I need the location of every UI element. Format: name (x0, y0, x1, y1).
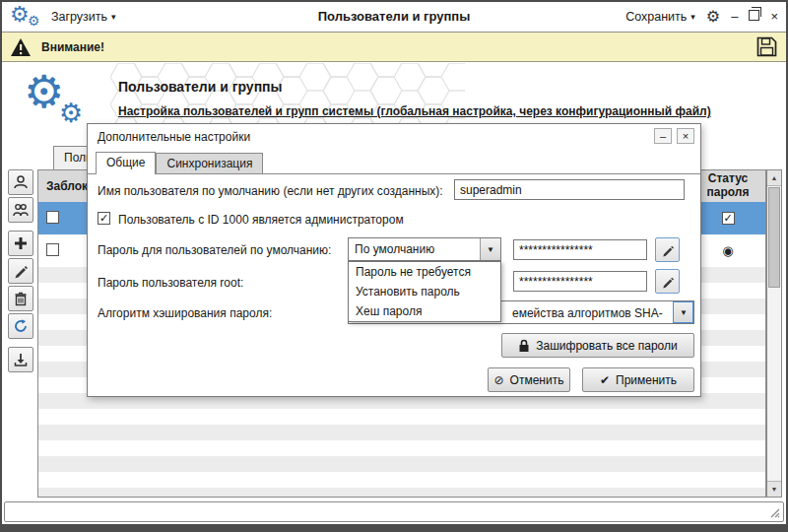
dialog-title: Дополнительные настройки (98, 130, 250, 144)
blocked-checkbox[interactable] (46, 211, 59, 224)
scroll-down-button[interactable]: ▼ (767, 481, 781, 497)
pencil-icon (661, 275, 675, 289)
load-menu-button[interactable]: Загрузить ▾ (51, 10, 116, 24)
root-password-input[interactable] (513, 271, 647, 292)
minimize-button[interactable]: – (731, 2, 738, 32)
app-logo-gears-icon: ⚙ ⚙ (10, 3, 43, 31)
pencil-icon (13, 263, 29, 279)
maximize-icon (749, 10, 759, 21)
apply-label: Применить (616, 373, 677, 387)
vertical-scrollbar[interactable]: ▲ ▼ (766, 169, 782, 498)
settings-gear-icon[interactable]: ⚙ (706, 9, 720, 25)
default-username-label: Имя пользователя по умолчанию (если нет … (98, 184, 443, 198)
delete-button[interactable] (8, 286, 33, 311)
groups-button[interactable] (8, 197, 33, 223)
hash-algorithm-label: Алгоритм хэширования пароля: (98, 306, 272, 320)
tab-general[interactable]: Общие (96, 152, 156, 174)
dropdown-option[interactable]: Установить пароль (349, 282, 500, 301)
root-password-label: Пароль пользователя root: (98, 276, 243, 290)
edit-button[interactable] (8, 258, 33, 284)
lock-icon (518, 339, 530, 353)
default-password-selected-value: По умолчанию (349, 238, 480, 260)
warning-bar: Внимание! (2, 33, 786, 62)
refresh-button[interactable] (8, 313, 33, 339)
blocked-checkbox[interactable] (46, 243, 59, 256)
cancel-label: Отменить (510, 373, 564, 387)
plus-icon (13, 235, 29, 251)
additional-settings-dialog: Дополнительные настройки – × Общие Синхр… (87, 123, 701, 397)
password-status-cell: ✓ (690, 202, 765, 234)
dialog-tabs: Общие Синхронизация (88, 150, 700, 174)
user-icon (13, 174, 29, 190)
chevron-down-icon: ▾ (690, 12, 695, 22)
check-icon: ✔ (600, 374, 610, 386)
scroll-up-button[interactable]: ▲ (767, 170, 781, 186)
hash-algorithm-value: емейства алгоритмов SHA- (512, 306, 663, 320)
default-password-label: Пароль для пользователей по умолчанию: (98, 243, 331, 257)
save-menu-label: Сохранить (625, 10, 687, 24)
download-icon (13, 352, 29, 367)
encrypt-all-label: Зашифровать все пароли (536, 339, 677, 353)
page-subtitle: Настройка пользователей и групп системы … (118, 104, 711, 118)
warning-triangle-icon (10, 37, 32, 57)
status-radio-selected[interactable]: ◉ (722, 243, 733, 258)
arrow-down-icon: ▼ (771, 486, 778, 493)
user-account-button[interactable] (8, 169, 33, 195)
default-username-input[interactable] (454, 179, 685, 200)
chevron-down-icon[interactable]: ▼ (673, 301, 693, 323)
refresh-icon (13, 318, 29, 334)
dialog-general-panel: Имя пользователя по умолчанию (если нет … (88, 174, 700, 396)
dialog-minimize-button[interactable]: – (654, 128, 672, 144)
dialog-titlebar: Дополнительные настройки – × (88, 124, 700, 150)
scrollbar-thumb[interactable] (768, 187, 780, 288)
tab-sync[interactable]: Синхронизация (156, 153, 263, 173)
add-button[interactable] (8, 231, 33, 256)
load-menu-label: Загрузить (51, 10, 107, 24)
pencil-icon (661, 243, 675, 257)
resize-grip[interactable] (768, 506, 780, 518)
group-icon (13, 202, 29, 218)
dropdown-option[interactable]: Хеш пароля (349, 301, 500, 321)
dialog-close-button[interactable]: × (677, 128, 694, 144)
edit-default-password-button[interactable] (655, 237, 680, 262)
chevron-down-icon[interactable]: ▼ (480, 238, 500, 260)
app-window: Пользователи и группы ⚙ ⚙ Загрузить ▾ Со… (0, 0, 788, 532)
password-mode-dropdown: Пароль не требуется Установить пароль Хе… (348, 261, 501, 322)
status-checkbox-checked[interactable]: ✓ (722, 212, 735, 225)
export-button[interactable] (8, 347, 33, 372)
dropdown-option[interactable]: Пароль не требуется (349, 262, 500, 282)
close-button[interactable]: × (770, 2, 778, 32)
page-title: Пользователи и группы (118, 79, 283, 95)
cancel-button[interactable]: ⊘ Отменить (488, 367, 570, 392)
warning-text: Внимание! (41, 40, 104, 54)
apply-button[interactable]: ✔ Применить (582, 367, 694, 392)
cancel-icon: ⊘ (494, 374, 504, 386)
maximize-button[interactable] (749, 2, 759, 32)
titlebar: Пользователи и группы ⚙ ⚙ Загрузить ▾ Со… (2, 2, 786, 33)
column-header-blocked[interactable]: Заблок (46, 170, 88, 202)
default-password-input[interactable] (513, 239, 647, 260)
edit-root-password-button[interactable] (655, 269, 680, 294)
default-password-select[interactable]: По умолчанию ▼ (348, 237, 501, 261)
save-file-floppy-icon[interactable] (755, 35, 778, 58)
chevron-down-icon: ▾ (111, 12, 116, 22)
password-status-cell: ◉ (690, 234, 765, 267)
admin-id1000-checkbox[interactable]: ✓ (98, 212, 110, 225)
encrypt-all-button[interactable]: Зашифровать все пароли (501, 333, 694, 358)
admin-id1000-label: Пользователь с ID 1000 является админист… (118, 213, 404, 227)
trash-icon (13, 291, 29, 306)
status-bar (4, 501, 784, 522)
arrow-up-icon: ▲ (771, 174, 778, 181)
save-menu-button[interactable]: Сохранить ▾ (625, 10, 695, 24)
